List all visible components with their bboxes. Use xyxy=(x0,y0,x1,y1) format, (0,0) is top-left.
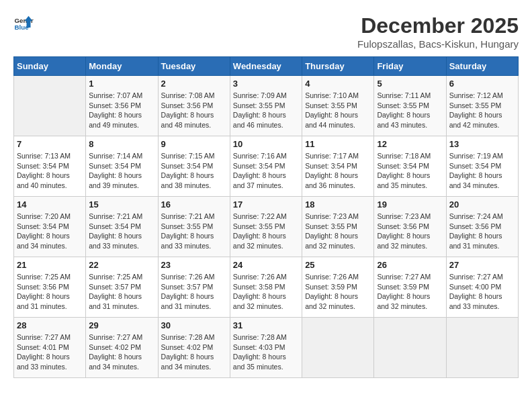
calendar-cell: 19Sunrise: 7:23 AMSunset: 3:56 PMDayligh… xyxy=(374,197,446,257)
calendar-cell: 4Sunrise: 7:10 AMSunset: 3:55 PMDaylight… xyxy=(302,76,374,136)
calendar-cell: 22Sunrise: 7:25 AMSunset: 3:57 PMDayligh… xyxy=(86,257,158,318)
day-info: Sunrise: 7:25 AMSunset: 3:57 PMDaylight:… xyxy=(89,272,154,312)
day-info: Sunrise: 7:22 AMSunset: 3:55 PMDaylight:… xyxy=(233,212,299,251)
calendar-cell: 8Sunrise: 7:14 AMSunset: 3:54 PMDaylight… xyxy=(86,136,158,197)
calendar-title: December 2025 xyxy=(357,13,519,38)
day-info: Sunrise: 7:25 AMSunset: 3:56 PMDaylight:… xyxy=(17,272,83,312)
day-number: 15 xyxy=(89,199,154,210)
day-number: 12 xyxy=(377,139,443,149)
day-number: 10 xyxy=(233,139,299,149)
calendar-cell: 7Sunrise: 7:13 AMSunset: 3:54 PMDaylight… xyxy=(14,136,86,197)
day-info: Sunrise: 7:19 AMSunset: 3:54 PMDaylight:… xyxy=(449,151,515,191)
day-number: 8 xyxy=(89,139,154,149)
calendar-cell: 18Sunrise: 7:23 AMSunset: 3:55 PMDayligh… xyxy=(302,197,374,257)
week-row-3: 14Sunrise: 7:20 AMSunset: 3:54 PMDayligh… xyxy=(14,197,519,257)
day-number: 11 xyxy=(305,139,371,149)
calendar-cell: 26Sunrise: 7:27 AMSunset: 3:59 PMDayligh… xyxy=(374,257,446,318)
day-number: 23 xyxy=(161,260,227,270)
day-info: Sunrise: 7:27 AMSunset: 3:59 PMDaylight:… xyxy=(377,272,443,312)
day-info: Sunrise: 7:14 AMSunset: 3:54 PMDaylight:… xyxy=(89,151,154,191)
day-number: 19 xyxy=(377,199,443,210)
calendar-cell xyxy=(14,76,86,136)
day-info: Sunrise: 7:27 AMSunset: 4:02 PMDaylight:… xyxy=(89,332,154,372)
calendar-cell: 23Sunrise: 7:26 AMSunset: 3:57 PMDayligh… xyxy=(158,257,230,318)
title-block: December 2025 Fulopszallas, Bacs-Kiskun,… xyxy=(357,13,519,50)
header-day-wednesday: Wednesday xyxy=(230,57,302,76)
day-info: Sunrise: 7:27 AMSunset: 4:01 PMDaylight:… xyxy=(17,332,83,372)
calendar-subtitle: Fulopszallas, Bacs-Kiskun, Hungary xyxy=(357,38,519,50)
calendar-cell: 3Sunrise: 7:09 AMSunset: 3:55 PMDaylight… xyxy=(230,76,302,136)
day-info: Sunrise: 7:08 AMSunset: 3:56 PMDaylight:… xyxy=(161,91,227,130)
day-number: 13 xyxy=(449,139,515,149)
calendar-cell: 5Sunrise: 7:11 AMSunset: 3:55 PMDaylight… xyxy=(374,76,446,136)
day-number: 25 xyxy=(305,260,371,270)
calendar-cell: 27Sunrise: 7:27 AMSunset: 4:00 PMDayligh… xyxy=(446,257,518,318)
day-info: Sunrise: 7:10 AMSunset: 3:55 PMDaylight:… xyxy=(305,91,371,130)
page-header: General Blue December 2025 Fulopszallas,… xyxy=(13,13,519,50)
day-number: 24 xyxy=(233,260,299,270)
day-info: Sunrise: 7:21 AMSunset: 3:54 PMDaylight:… xyxy=(89,212,154,251)
day-number: 2 xyxy=(161,79,227,89)
calendar-cell: 1Sunrise: 7:07 AMSunset: 3:56 PMDaylight… xyxy=(86,76,158,136)
day-info: Sunrise: 7:28 AMSunset: 4:02 PMDaylight:… xyxy=(161,332,227,372)
week-row-4: 21Sunrise: 7:25 AMSunset: 3:56 PMDayligh… xyxy=(14,257,519,318)
day-number: 4 xyxy=(305,79,371,89)
calendar-cell: 21Sunrise: 7:25 AMSunset: 3:56 PMDayligh… xyxy=(14,257,86,318)
calendar-cell xyxy=(302,318,374,378)
day-info: Sunrise: 7:15 AMSunset: 3:54 PMDaylight:… xyxy=(161,151,227,191)
calendar-cell: 2Sunrise: 7:08 AMSunset: 3:56 PMDaylight… xyxy=(158,76,230,136)
day-number: 27 xyxy=(449,260,515,270)
calendar-cell: 15Sunrise: 7:21 AMSunset: 3:54 PMDayligh… xyxy=(86,197,158,257)
week-row-5: 28Sunrise: 7:27 AMSunset: 4:01 PMDayligh… xyxy=(14,318,519,378)
day-number: 26 xyxy=(377,260,443,270)
day-number: 5 xyxy=(377,79,443,89)
calendar-cell: 31Sunrise: 7:28 AMSunset: 4:03 PMDayligh… xyxy=(230,318,302,378)
header-day-sunday: Sunday xyxy=(14,57,86,76)
header-day-friday: Friday xyxy=(374,57,446,76)
calendar-cell: 14Sunrise: 7:20 AMSunset: 3:54 PMDayligh… xyxy=(14,197,86,257)
day-number: 28 xyxy=(17,320,83,330)
day-number: 9 xyxy=(161,139,227,149)
day-info: Sunrise: 7:27 AMSunset: 4:00 PMDaylight:… xyxy=(449,272,515,312)
day-number: 1 xyxy=(89,79,154,89)
calendar-cell: 24Sunrise: 7:26 AMSunset: 3:58 PMDayligh… xyxy=(230,257,302,318)
day-info: Sunrise: 7:21 AMSunset: 3:55 PMDaylight:… xyxy=(161,212,227,251)
day-info: Sunrise: 7:26 AMSunset: 3:57 PMDaylight:… xyxy=(161,272,227,312)
calendar-cell: 25Sunrise: 7:26 AMSunset: 3:59 PMDayligh… xyxy=(302,257,374,318)
day-info: Sunrise: 7:11 AMSunset: 3:55 PMDaylight:… xyxy=(377,91,443,130)
day-number: 20 xyxy=(449,199,515,210)
day-info: Sunrise: 7:09 AMSunset: 3:55 PMDaylight:… xyxy=(233,91,299,130)
logo: General Blue xyxy=(13,13,34,34)
day-number: 7 xyxy=(17,139,83,149)
header-day-tuesday: Tuesday xyxy=(158,57,230,76)
day-number: 29 xyxy=(89,320,154,330)
day-number: 18 xyxy=(305,199,371,210)
day-info: Sunrise: 7:18 AMSunset: 3:54 PMDaylight:… xyxy=(377,151,443,191)
calendar-cell: 13Sunrise: 7:19 AMSunset: 3:54 PMDayligh… xyxy=(446,136,518,197)
day-number: 6 xyxy=(449,79,515,89)
calendar-cell: 9Sunrise: 7:15 AMSunset: 3:54 PMDaylight… xyxy=(158,136,230,197)
day-number: 30 xyxy=(161,320,227,330)
calendar-cell: 30Sunrise: 7:28 AMSunset: 4:02 PMDayligh… xyxy=(158,318,230,378)
calendar-cell xyxy=(374,318,446,378)
day-info: Sunrise: 7:28 AMSunset: 4:03 PMDaylight:… xyxy=(233,332,299,372)
day-info: Sunrise: 7:26 AMSunset: 3:58 PMDaylight:… xyxy=(233,272,299,312)
calendar-cell: 28Sunrise: 7:27 AMSunset: 4:01 PMDayligh… xyxy=(14,318,86,378)
header-day-saturday: Saturday xyxy=(446,57,518,76)
day-info: Sunrise: 7:07 AMSunset: 3:56 PMDaylight:… xyxy=(89,91,154,130)
day-info: Sunrise: 7:23 AMSunset: 3:55 PMDaylight:… xyxy=(305,212,371,251)
day-number: 3 xyxy=(233,79,299,89)
day-info: Sunrise: 7:16 AMSunset: 3:54 PMDaylight:… xyxy=(233,151,299,191)
day-info: Sunrise: 7:17 AMSunset: 3:54 PMDaylight:… xyxy=(305,151,371,191)
day-info: Sunrise: 7:12 AMSunset: 3:55 PMDaylight:… xyxy=(449,91,515,130)
calendar-cell: 29Sunrise: 7:27 AMSunset: 4:02 PMDayligh… xyxy=(86,318,158,378)
header-day-monday: Monday xyxy=(86,57,158,76)
calendar-cell: 10Sunrise: 7:16 AMSunset: 3:54 PMDayligh… xyxy=(230,136,302,197)
day-number: 16 xyxy=(161,199,227,210)
week-row-1: 1Sunrise: 7:07 AMSunset: 3:56 PMDaylight… xyxy=(14,76,519,136)
calendar-cell xyxy=(446,318,518,378)
week-row-2: 7Sunrise: 7:13 AMSunset: 3:54 PMDaylight… xyxy=(14,136,519,197)
day-info: Sunrise: 7:20 AMSunset: 3:54 PMDaylight:… xyxy=(17,212,83,251)
calendar-cell: 17Sunrise: 7:22 AMSunset: 3:55 PMDayligh… xyxy=(230,197,302,257)
day-number: 31 xyxy=(233,320,299,330)
